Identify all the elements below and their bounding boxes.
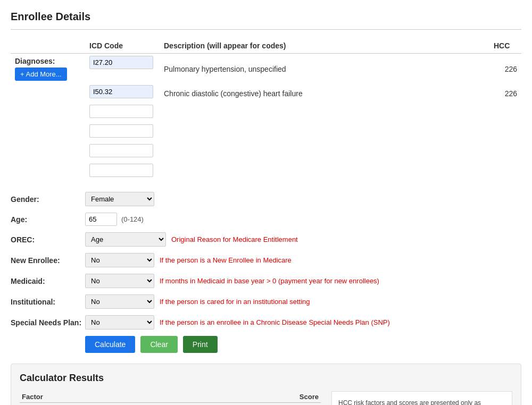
results-factor-header: Factor bbox=[20, 391, 295, 403]
gender-label: Gender: bbox=[11, 195, 85, 204]
result-score: 0.33 bbox=[295, 403, 321, 406]
results-table-wrap: Factor Score Demographic base factor: Co… bbox=[20, 391, 321, 405]
icd-code-input[interactable] bbox=[89, 56, 153, 69]
disclaimer-text: HCC risk factors and scores are presente… bbox=[338, 399, 502, 405]
new-enrollee-select[interactable]: NoYes bbox=[85, 253, 154, 267]
institutional-label: Institutional: bbox=[11, 298, 85, 306]
age-hint: (0-124) bbox=[121, 215, 144, 223]
icd-code-input[interactable] bbox=[89, 144, 153, 157]
gender-row: Gender: FemaleMale bbox=[11, 192, 521, 206]
new-enrollee-label: New Enrollee: bbox=[11, 256, 85, 265]
medicaid-label: Medicaid: bbox=[11, 277, 85, 285]
action-buttons: Calculate Clear Print bbox=[85, 336, 521, 353]
age-label: Age: bbox=[11, 215, 85, 224]
results-score-header: Score bbox=[295, 391, 321, 403]
hcc-value: 226 bbox=[505, 89, 517, 98]
icd-code-input[interactable] bbox=[89, 164, 153, 177]
add-more-button[interactable]: + Add More... bbox=[15, 68, 67, 81]
hcc-value: 226 bbox=[505, 65, 517, 73]
medicaid-hint: If months in Medicaid in base year > 0 (… bbox=[160, 277, 379, 285]
new-enrollee-hint: If the person is a New Enrollee in Medic… bbox=[160, 256, 292, 264]
col-label bbox=[11, 38, 85, 54]
col-desc-header: Description (will appear for codes) bbox=[160, 38, 489, 54]
results-row: Demographic base factor: Community Enrol… bbox=[20, 403, 321, 406]
page-title: Enrollee Details bbox=[11, 11, 521, 23]
results-inner: Factor Score Demographic base factor: Co… bbox=[20, 391, 512, 405]
icd-row bbox=[11, 122, 521, 142]
diagnoses-label: Diagnoses: bbox=[15, 57, 81, 65]
orec-row: OREC: AgeDisabilityESRDESRD and Disabili… bbox=[11, 232, 521, 247]
gender-select[interactable]: FemaleMale bbox=[85, 192, 154, 206]
col-hcc-header: HCC bbox=[489, 38, 521, 54]
orec-label: OREC: bbox=[11, 235, 85, 244]
col-icd-header: ICD Code bbox=[85, 38, 160, 54]
special-needs-plan-row: Special Needs Plan: NoYes If the person … bbox=[11, 315, 521, 330]
results-table: Factor Score Demographic base factor: Co… bbox=[20, 391, 321, 405]
section-divider bbox=[11, 29, 521, 30]
icd-table: ICD Code Description (will appear for co… bbox=[11, 38, 521, 181]
result-factor: Demographic base factor: Community Enrol… bbox=[20, 403, 295, 406]
disclaimer-box: HCC risk factors and scores are presente… bbox=[331, 391, 512, 405]
orec-hint: Original Reason for Medicare Entitlement bbox=[171, 235, 298, 243]
results-section: Calculator Results Factor Score Demograp… bbox=[11, 364, 521, 405]
calculate-button[interactable]: Calculate bbox=[85, 336, 135, 353]
icd-description: Chronic diastolic (congestive) heart fai… bbox=[164, 89, 303, 98]
special-needs-plan-label: Special Needs Plan: bbox=[11, 318, 85, 327]
icd-row bbox=[11, 162, 521, 181]
icd-row: Diagnoses:+ Add More...Pulmonary hyperte… bbox=[11, 54, 521, 83]
medicaid-select[interactable]: NoYes bbox=[85, 274, 154, 288]
age-input[interactable] bbox=[85, 213, 117, 226]
icd-code-input[interactable] bbox=[89, 85, 153, 98]
icd-description: Pulmonary hypertension, unspecified bbox=[164, 65, 286, 73]
institutional-row: Institutional: NoYes If the person is ca… bbox=[11, 294, 521, 309]
icd-row bbox=[11, 142, 521, 162]
medicaid-row: Medicaid: NoYes If months in Medicaid in… bbox=[11, 274, 521, 288]
print-button[interactable]: Print bbox=[183, 336, 218, 353]
new-enrollee-row: New Enrollee: NoYes If the person is a N… bbox=[11, 253, 521, 267]
results-title: Calculator Results bbox=[20, 373, 512, 384]
icd-code-input[interactable] bbox=[89, 124, 153, 138]
special-needs-plan-hint: If the person is an enrollee in a Chroni… bbox=[160, 318, 390, 326]
special-needs-plan-select[interactable]: NoYes bbox=[85, 315, 154, 330]
icd-code-input[interactable] bbox=[89, 105, 153, 118]
clear-button[interactable]: Clear bbox=[140, 336, 177, 353]
age-row: Age: (0-124) bbox=[11, 213, 521, 226]
institutional-hint: If the person is cared for in an institu… bbox=[160, 298, 310, 306]
icd-row bbox=[11, 103, 521, 122]
orec-select[interactable]: AgeDisabilityESRDESRD and Disability bbox=[85, 232, 166, 247]
icd-row: Chronic diastolic (congestive) heart fai… bbox=[11, 83, 521, 103]
institutional-select[interactable]: NoYes bbox=[85, 294, 154, 309]
